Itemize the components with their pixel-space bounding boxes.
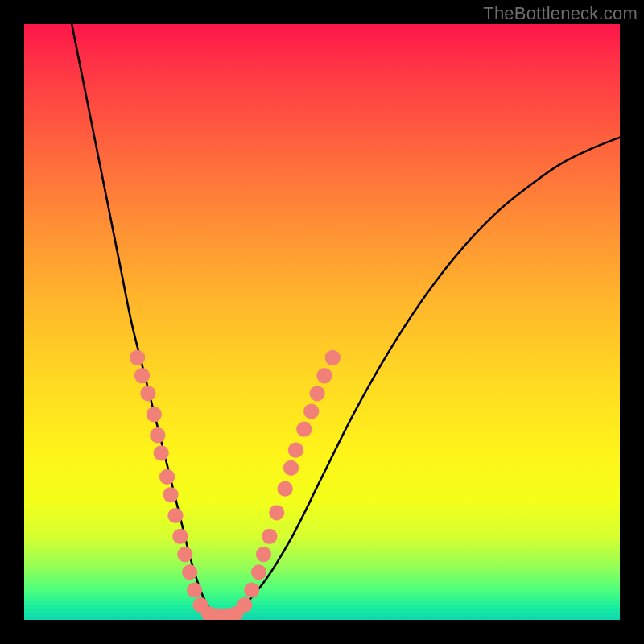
highlight-dot (167, 508, 183, 523)
chart-frame: TheBottleneck.com (0, 0, 644, 644)
highlight-dot (150, 427, 165, 443)
highlight-dot (163, 487, 178, 502)
highlight-dot (172, 529, 188, 544)
highlight-dot (147, 407, 162, 422)
highlight-dot (309, 386, 324, 401)
bottleneck-curve (72, 24, 620, 617)
highlight-dot (316, 368, 332, 383)
highlight-dot (283, 460, 299, 476)
highlight-dot (140, 386, 155, 401)
highlight-dot (278, 481, 293, 497)
highlight-dot (325, 350, 341, 365)
highlight-dot (130, 350, 145, 365)
chart-svg (24, 24, 620, 620)
highlight-dot (269, 505, 284, 520)
highlight-dot (154, 445, 169, 460)
watermark-text: TheBottleneck.com (483, 3, 638, 24)
highlight-dot (187, 582, 202, 597)
highlight-dot (288, 442, 303, 457)
plot-area (24, 24, 620, 620)
highlight-dots-group (130, 350, 341, 620)
highlight-dot (296, 422, 312, 437)
highlight-dot (262, 529, 277, 544)
highlight-dot (256, 547, 271, 562)
highlight-dot (244, 582, 259, 597)
highlight-dot (303, 403, 319, 419)
highlight-dot (134, 368, 150, 383)
highlight-dot (177, 547, 192, 562)
highlight-dot (182, 564, 197, 580)
highlight-dot (237, 597, 252, 613)
highlight-dot (251, 564, 266, 580)
highlight-dot (159, 469, 175, 485)
